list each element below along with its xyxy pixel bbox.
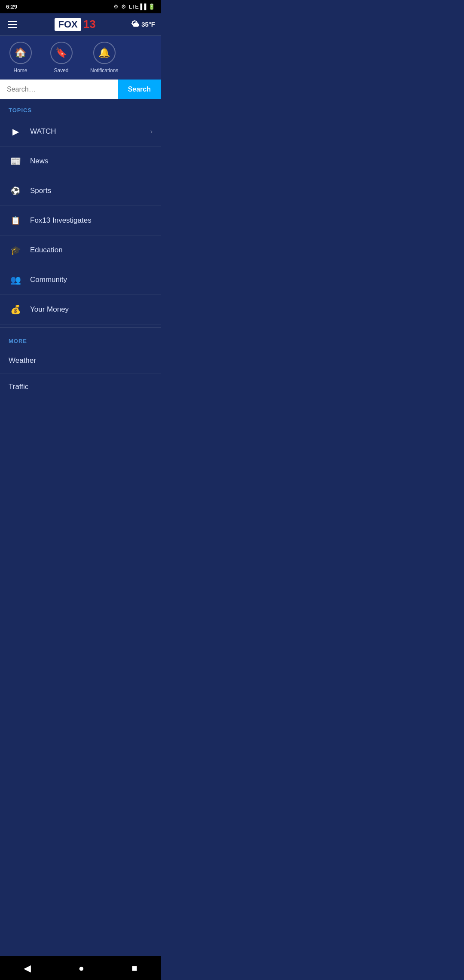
menu-item-fox13-investigates[interactable]: 📋 Fox13 Investigates bbox=[0, 206, 161, 236]
section-divider bbox=[0, 327, 161, 328]
status-right-icons: ⚙ ⚙ LTE ▌▌🔋 bbox=[113, 3, 155, 10]
search-button[interactable]: Search bbox=[118, 80, 161, 99]
search-input[interactable] bbox=[0, 80, 118, 99]
logo-fox-text: FOX bbox=[55, 18, 81, 31]
your-money-icon: 💰 bbox=[9, 303, 22, 316]
community-icon: 👥 bbox=[9, 273, 22, 287]
search-bar: Search bbox=[0, 80, 161, 99]
settings-icon-2: ⚙ bbox=[121, 3, 126, 10]
settings-icon-1: ⚙ bbox=[113, 3, 119, 10]
logo-13-text: 13 bbox=[83, 18, 96, 31]
menu-fox13-investigates-label: Fox13 Investigates bbox=[30, 216, 92, 225]
menu-item-traffic[interactable]: Traffic bbox=[0, 374, 161, 400]
nav-saved[interactable]: 🔖 Saved bbox=[49, 42, 73, 74]
menu-item-news[interactable]: 📰 News bbox=[0, 147, 161, 176]
menu-item-your-money[interactable]: 💰 Your Money bbox=[0, 295, 161, 325]
news-icon: 📰 bbox=[9, 154, 22, 168]
weather-badge[interactable]: 🌥 35°F bbox=[131, 20, 155, 29]
nav-saved-label: Saved bbox=[54, 67, 68, 74]
notifications-icon: 🔔 bbox=[93, 42, 116, 64]
nav-notifications-label: Notifications bbox=[90, 67, 118, 74]
menu-item-watch[interactable]: ▶ WATCH › bbox=[0, 117, 161, 147]
fox13-investigates-icon: 📋 bbox=[9, 214, 22, 227]
app-header: FOX 13 🌥 35°F bbox=[0, 13, 161, 36]
signal-battery-icons: LTE ▌▌🔋 bbox=[129, 3, 155, 10]
education-icon: 🎓 bbox=[9, 243, 22, 257]
status-time: 6:29 bbox=[6, 3, 17, 10]
menu-weather-label: Weather bbox=[9, 356, 36, 365]
back-button[interactable]: ◀ bbox=[15, 961, 40, 976]
weather-cloud-icon: 🌥 bbox=[131, 20, 139, 29]
sports-icon: ⚽ bbox=[9, 184, 22, 198]
menu-item-community[interactable]: 👥 Community bbox=[0, 265, 161, 295]
topics-section-label: TOPICS bbox=[0, 99, 161, 117]
saved-icon: 🔖 bbox=[50, 42, 73, 64]
nav-home[interactable]: 🏠 Home bbox=[9, 42, 32, 74]
status-bar: 6:29 ⚙ ⚙ LTE ▌▌🔋 bbox=[0, 0, 161, 13]
menu-watch-label: WATCH bbox=[30, 127, 56, 136]
menu-education-label: Education bbox=[30, 246, 63, 254]
bottom-nav-bar: ◀ ● ■ bbox=[0, 956, 161, 980]
menu-your-money-label: Your Money bbox=[30, 305, 69, 314]
hamburger-menu-button[interactable] bbox=[6, 19, 19, 30]
nav-icons-row: 🏠 Home 🔖 Saved 🔔 Notifications bbox=[0, 36, 161, 80]
nav-notifications[interactable]: 🔔 Notifications bbox=[90, 42, 118, 74]
menu-sports-label: Sports bbox=[30, 187, 51, 195]
nav-home-label: Home bbox=[13, 67, 27, 74]
menu-traffic-label: Traffic bbox=[9, 383, 28, 391]
watch-icon: ▶ bbox=[9, 125, 22, 138]
menu-item-education[interactable]: 🎓 Education bbox=[0, 236, 161, 265]
more-section-label: MORE bbox=[0, 330, 161, 348]
watch-arrow-icon: › bbox=[150, 128, 153, 135]
home-icon: 🏠 bbox=[9, 42, 32, 64]
recents-button[interactable]: ■ bbox=[123, 961, 146, 976]
home-button[interactable]: ● bbox=[70, 961, 93, 976]
app-logo: FOX 13 bbox=[55, 18, 95, 31]
menu-community-label: Community bbox=[30, 276, 67, 284]
menu-item-weather[interactable]: Weather bbox=[0, 348, 161, 374]
menu-news-label: News bbox=[30, 157, 49, 165]
sidebar-content: TOPICS ▶ WATCH › 📰 News ⚽ Sports 📋 Fox13… bbox=[0, 99, 161, 426]
menu-item-sports[interactable]: ⚽ Sports bbox=[0, 176, 161, 206]
temperature-display: 35°F bbox=[141, 21, 155, 28]
